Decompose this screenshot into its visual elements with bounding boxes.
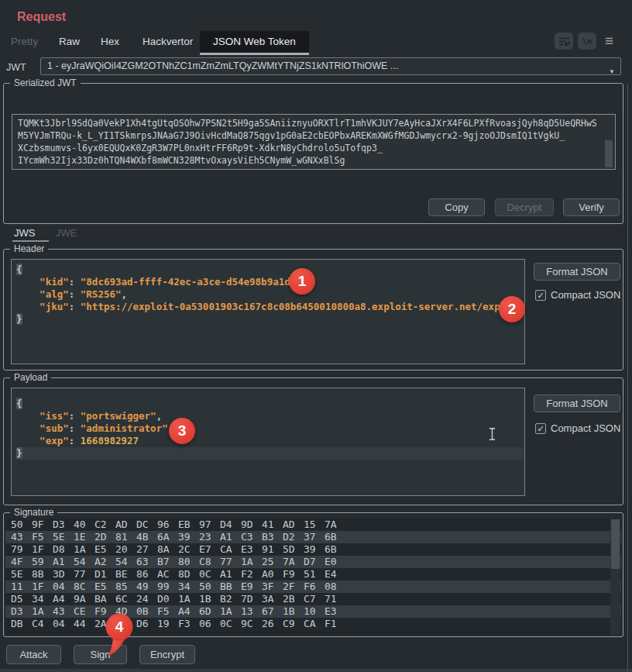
hex-row[interactable]: 791FD81AE520278A2CE7CAE3915D396B <box>5 543 621 556</box>
payload-group-title: Payload <box>10 372 51 383</box>
right-divider <box>627 83 628 672</box>
copy-button[interactable]: Copy <box>428 198 485 216</box>
hex-row[interactable]: 509FD340C2ADDC96EB97D49D41AD157A <box>5 519 621 531</box>
jwt-selector-label: JWT <box>6 62 26 73</box>
checkbox-checked-icon[interactable]: ✓ <box>535 423 546 434</box>
jwt-selector-value: 1 - eyJraWQiOiI4ZGM2OTNhZC1mZmZmLTQyZWMt… <box>47 60 398 71</box>
annotation-marker-1: 1 <box>289 268 315 295</box>
editor-line: } <box>16 313 524 326</box>
annotation-marker-4: 4 <box>102 613 138 658</box>
tab-raw[interactable]: Raw <box>59 36 80 47</box>
annotation-marker-3: 3 <box>169 418 195 444</box>
hex-row[interactable]: 5E8B3D77D1BE86AC8D0CA1F2A0F951E4 <box>5 568 621 581</box>
tab-hex[interactable]: Hex <box>101 36 119 47</box>
payload-compact-json-checkbox[interactable]: ✓ Compact JSON <box>535 422 620 434</box>
tab-pretty[interactable]: Pretty <box>11 36 38 47</box>
word-wrap-button[interactable] <box>555 33 573 50</box>
tab-jws[interactable]: JWS <box>14 227 35 239</box>
payload-group: Payload { "iss": "portswigger", "sub": "… <box>3 377 623 505</box>
signature-group-title: Signature <box>10 507 57 518</box>
word-wrap-icon <box>558 36 570 47</box>
hex-row[interactable]: D31A43CEF94D0BF5A46D1A13671B10E3 <box>5 605 621 618</box>
payload-format-json-button[interactable]: Format JSON <box>534 395 620 412</box>
header-format-json-button[interactable]: Format JSON <box>534 263 620 281</box>
editor-line: "iss": "portswigger", <box>16 410 524 422</box>
editor-line: "sub": "administrator", <box>16 422 524 435</box>
text-cursor-icon <box>488 427 496 441</box>
hex-row[interactable]: 43F55E1E2D814B6A3923A1C3B3D2376B <box>5 531 621 543</box>
tab-hackvertor[interactable]: Hackvertor <box>143 36 193 47</box>
editor-line: { <box>16 398 524 410</box>
checkbox-checked-icon[interactable]: ✓ <box>535 290 546 301</box>
payload-compact-json-label: Compact JSON <box>551 422 620 434</box>
header-compact-json-label: Compact JSON <box>551 289 620 301</box>
annotation-marker-2: 2 <box>499 296 525 322</box>
editor-line: "exp": 1668982927 <box>16 435 524 447</box>
tab-jwe[interactable]: JWE <box>56 227 77 239</box>
tab-json-web-token[interactable]: JSON Web Token <box>200 31 309 55</box>
menu-icon[interactable]: ≡ <box>605 33 613 49</box>
signature-hex-view[interactable]: 509FD340C2ADDC96EB97D49D41AD157A43F55E1E… <box>5 519 621 636</box>
serialized-jwt-group-title: Serialized JWT <box>10 78 81 88</box>
signature-group: Signature 509FD340C2ADDC96EB97D49D41AD15… <box>3 512 623 637</box>
payload-json-editor[interactable]: { "iss": "portswigger", "sub": "administ… <box>11 388 525 496</box>
header-group-title: Header <box>10 243 48 254</box>
serialized-jwt-scrollbar[interactable] <box>605 115 613 169</box>
hex-row[interactable]: 4F59A154A25463B780C8771A257AD7E0 <box>5 556 621 568</box>
header-compact-json-checkbox[interactable]: ✓ Compact JSON <box>535 289 620 301</box>
jwt-selector-dropdown[interactable]: 1 - eyJraWQiOiI4ZGM2OTNhZC1mZmZmLTQyZWMt… <box>40 57 621 75</box>
header-group: Header { "kid": "8dc693ad-ffff-42ec-a3ce… <box>3 249 623 370</box>
signature-scrollbar[interactable] <box>610 519 620 635</box>
serialized-jwt-group: Serialized JWT TQMKt3Jbrl9SdQa0VekP1Xh4t… <box>3 83 623 224</box>
chevron-down-icon: ▼ <box>609 64 615 75</box>
hex-row[interactable]: DBC404442A9ED619F3060C9C26C9CAF1 <box>5 618 621 630</box>
show-newlines-button[interactable]: \n <box>578 33 596 50</box>
tab-jws-underline <box>12 240 49 242</box>
signature-scrollbar-thumb[interactable] <box>611 519 620 569</box>
header-json-editor[interactable]: { "kid": "8dc693ad-ffff-42ec-a3ce-d54e98… <box>11 259 525 364</box>
bottom-divider <box>0 669 632 672</box>
hex-row[interactable]: 111F048CE58549993450BBE93F2FF608 <box>5 581 621 593</box>
editor-line: "kid": "8dc693ad-ffff-42ec-a3ce-d54e98b9… <box>16 276 524 288</box>
decrypt-button: Decrypt <box>495 198 554 216</box>
serialized-jwt-textarea[interactable]: TQMKt3Jbrl9SdQa0VekP1Xh4tgUtqOSOhw7PSN2t… <box>12 114 616 170</box>
annotation-marker-4-number: 4 <box>112 619 126 636</box>
editor-line: } <box>16 447 524 460</box>
page-title: Request <box>17 10 66 24</box>
editor-line: { <box>16 264 524 276</box>
attack-button[interactable]: Attack <box>6 645 61 664</box>
hex-row[interactable]: D534A49ABA6C24D01A1BB27D3A2BC771 <box>5 593 621 605</box>
verify-button[interactable]: Verify <box>563 198 620 216</box>
serialized-jwt-scrollbar-thumb[interactable] <box>605 140 613 167</box>
editor-line: "jku": "https://exploit-0a53001903c167c8… <box>16 301 524 313</box>
encrypt-button[interactable]: Encrypt <box>139 645 195 664</box>
editor-line: "alg": "RS256", <box>16 288 524 301</box>
newline-icon: \n <box>582 36 592 47</box>
